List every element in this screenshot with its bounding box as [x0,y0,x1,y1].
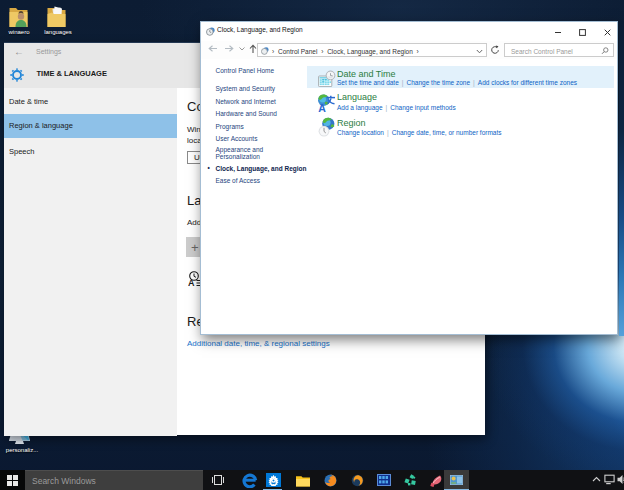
svg-text:A: A [318,102,326,114]
svg-text:A: A [188,278,195,287]
